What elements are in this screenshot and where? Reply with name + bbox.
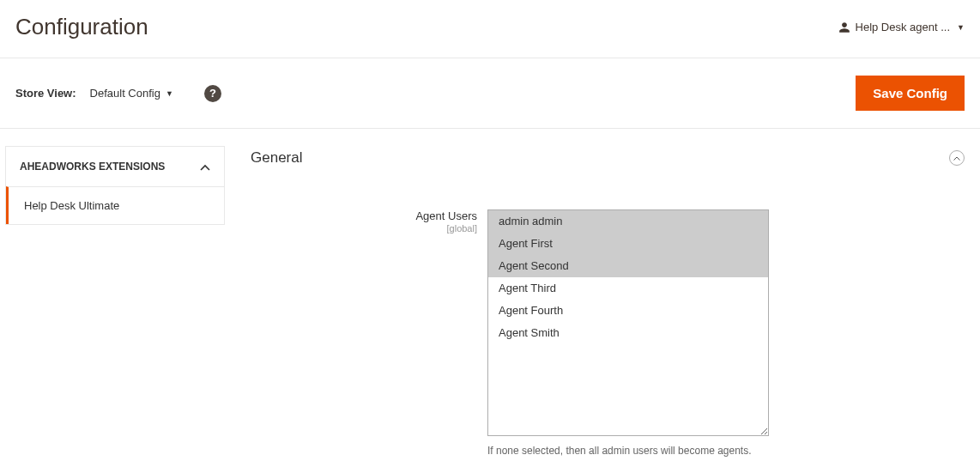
- store-view-dropdown[interactable]: Default Config ▼: [90, 87, 173, 100]
- agent-users-label: Agent Users: [415, 209, 477, 222]
- sidebar-group-title: AHEADWORKS EXTENSIONS: [20, 161, 165, 173]
- chevron-up-icon: [200, 159, 210, 174]
- agent-users-option[interactable]: Agent Smith: [488, 322, 768, 344]
- chevron-down-icon: ▼: [166, 89, 173, 98]
- section-title-general: General: [251, 149, 302, 167]
- page-title: Configuration: [15, 14, 148, 40]
- agent-users-option[interactable]: Agent Third: [488, 277, 768, 300]
- agent-users-multiselect[interactable]: admin adminAgent FirstAgent SecondAgent …: [487, 209, 769, 436]
- store-view-value-text: Default Config: [90, 87, 160, 100]
- agent-users-option[interactable]: admin admin: [488, 210, 768, 233]
- agent-users-option[interactable]: Agent Second: [488, 255, 768, 277]
- sidebar-group-aheadworks[interactable]: AHEADWORKS EXTENSIONS: [6, 147, 224, 186]
- agent-users-option[interactable]: Agent First: [488, 233, 768, 255]
- agent-users-scope: [global]: [251, 223, 477, 234]
- user-menu[interactable]: Help Desk agent ... ▼: [838, 21, 965, 33]
- store-view-label: Store View:: [15, 87, 76, 100]
- chevron-up-icon: [953, 156, 960, 161]
- collapse-section-button[interactable]: [949, 150, 965, 166]
- chevron-down-icon: ▼: [957, 23, 965, 32]
- agent-users-note: If none selected, then all admin users w…: [487, 445, 771, 457]
- user-name-label: Help Desk agent ...: [856, 21, 951, 33]
- sidebar-item-help-desk-ultimate[interactable]: Help Desk Ultimate: [6, 186, 224, 224]
- save-config-button[interactable]: Save Config: [856, 76, 965, 111]
- help-icon[interactable]: ?: [204, 85, 221, 102]
- agent-users-option[interactable]: Agent Fourth: [488, 300, 768, 322]
- user-icon: [838, 21, 850, 33]
